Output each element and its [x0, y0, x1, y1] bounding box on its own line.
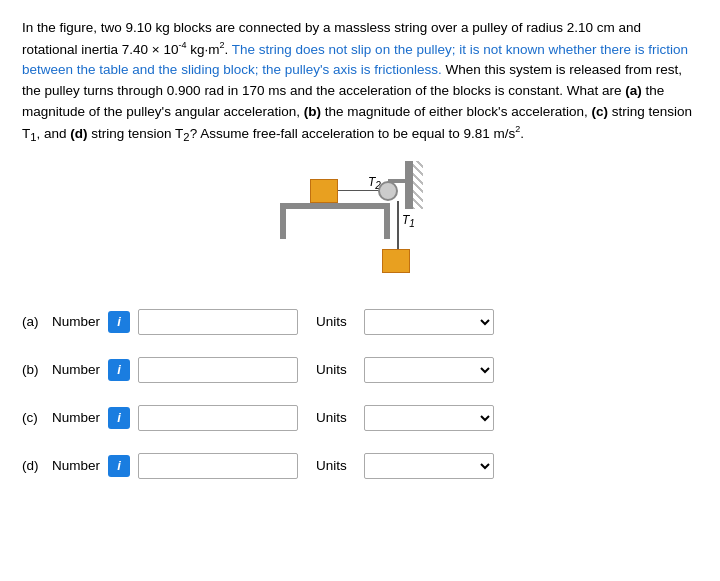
- part-label-a: (a): [22, 314, 52, 329]
- number-label-c: Number: [52, 410, 108, 425]
- table-surface: [280, 203, 390, 209]
- units-label-d: Units: [316, 458, 356, 473]
- answer-row-d: (d) Number i Units rad/s² m/s² N kg: [22, 453, 698, 479]
- number-label-a: Number: [52, 314, 108, 329]
- number-label-b: Number: [52, 362, 108, 377]
- number-input-b[interactable]: [138, 357, 298, 383]
- table-leg-left: [280, 209, 286, 239]
- part-label-b: (b): [22, 362, 52, 377]
- problem-text: In the figure, two 9.10 kg blocks are co…: [22, 18, 698, 147]
- t1-label: T1: [402, 213, 415, 229]
- pulley-wheel: [378, 181, 398, 201]
- number-input-a[interactable]: [138, 309, 298, 335]
- part-label-c: (c): [22, 410, 52, 425]
- units-label-a: Units: [316, 314, 356, 329]
- number-label-d: Number: [52, 458, 108, 473]
- answer-row-a: (a) Number i Units rad/s² m/s² N kg: [22, 309, 698, 335]
- units-select-d[interactable]: rad/s² m/s² N kg: [364, 453, 494, 479]
- units-select-c[interactable]: rad/s² m/s² N kg: [364, 405, 494, 431]
- units-select-b[interactable]: rad/s² m/s² N kg: [364, 357, 494, 383]
- number-input-c[interactable]: [138, 405, 298, 431]
- units-label-c: Units: [316, 410, 356, 425]
- part-label-d: (d): [22, 458, 52, 473]
- table-leg-right: [384, 209, 390, 239]
- string-vertical: [397, 201, 399, 251]
- pulley-wall: [405, 161, 413, 209]
- block-on-table: [310, 179, 338, 203]
- diagram: T2 T1: [22, 161, 698, 291]
- answer-section: (a) Number i Units rad/s² m/s² N kg (b) …: [22, 309, 698, 479]
- block-hanging: [382, 249, 410, 273]
- pulley-wall-hatching: [413, 161, 423, 209]
- units-select-a[interactable]: rad/s² m/s² N kg: [364, 309, 494, 335]
- answer-row-b: (b) Number i Units rad/s² m/s² N kg: [22, 357, 698, 383]
- answer-row-c: (c) Number i Units rad/s² m/s² N kg: [22, 405, 698, 431]
- info-button-d[interactable]: i: [108, 455, 130, 477]
- number-input-d[interactable]: [138, 453, 298, 479]
- info-button-c[interactable]: i: [108, 407, 130, 429]
- info-button-b[interactable]: i: [108, 359, 130, 381]
- info-button-a[interactable]: i: [108, 311, 130, 333]
- units-label-b: Units: [316, 362, 356, 377]
